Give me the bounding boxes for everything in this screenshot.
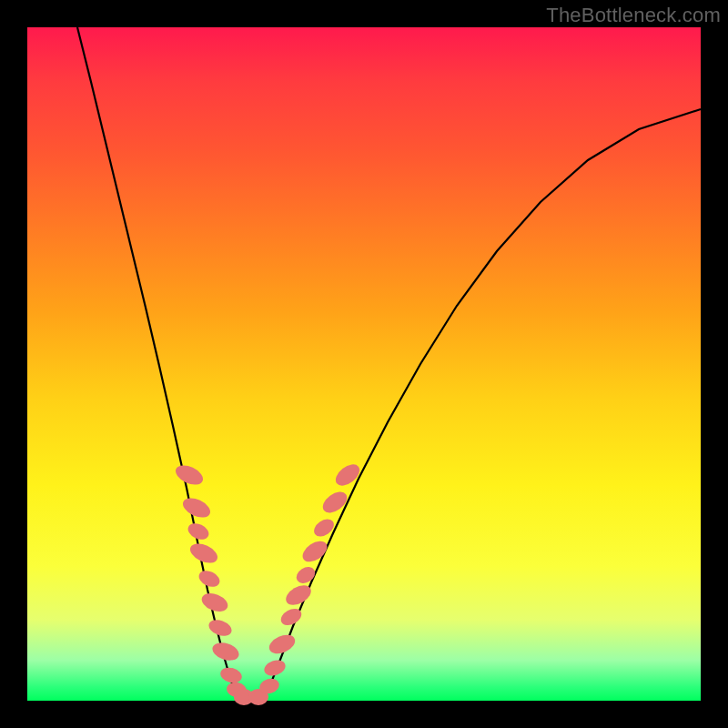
marker-group xyxy=(173,460,364,705)
chart-svg xyxy=(27,27,701,701)
data-marker xyxy=(218,665,243,685)
data-marker xyxy=(207,617,234,639)
data-marker xyxy=(319,488,351,517)
data-marker xyxy=(210,640,241,663)
data-marker xyxy=(187,540,221,567)
data-marker xyxy=(197,568,223,591)
data-marker xyxy=(293,563,318,586)
data-marker xyxy=(332,460,364,490)
data-marker xyxy=(180,494,214,521)
data-marker xyxy=(173,461,207,489)
bottleneck-curve xyxy=(77,27,701,699)
plot-area xyxy=(27,27,701,701)
watermark-text: TheBottleneck.com xyxy=(546,4,721,27)
data-marker xyxy=(199,590,231,615)
data-marker xyxy=(186,521,212,543)
data-marker xyxy=(311,516,338,541)
data-marker xyxy=(262,657,288,678)
chart-frame: TheBottleneck.com xyxy=(0,0,728,728)
